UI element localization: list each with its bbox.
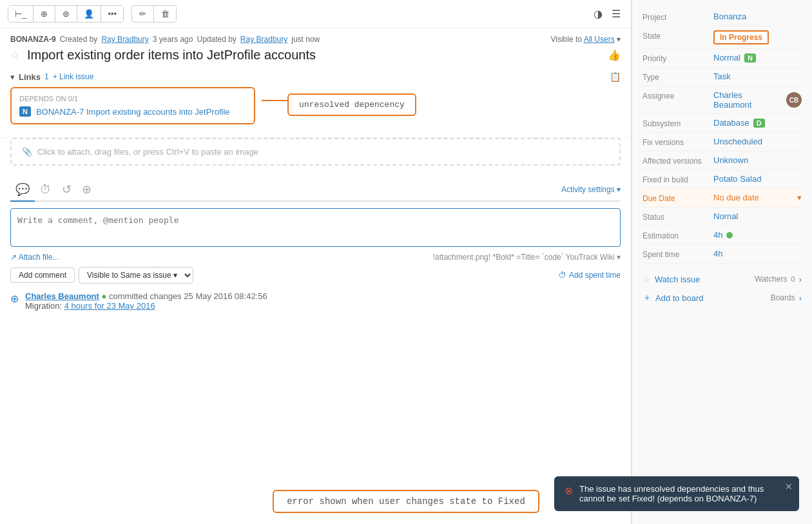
add-comment-button[interactable]: Add comment — [10, 267, 75, 283]
field-assignee: Assignee Charles Beaumont CB — [643, 86, 802, 114]
activity-item: ⊕ Charles Beaumont ● committed changes 2… — [10, 291, 621, 311]
updated-time: just now — [291, 35, 320, 44]
edit-button[interactable]: ✏ — [132, 6, 154, 22]
spent-link[interactable]: 4h — [713, 249, 722, 258]
activity-log: ⊕ Charles Beaumont ● committed changes 2… — [10, 291, 621, 311]
watchers-label: Watchers — [755, 275, 787, 284]
issue-title: Import existing order items into JetProf… — [27, 48, 316, 63]
field-project: Project Bonanza — [643, 8, 802, 26]
assignee-avatar: CB — [786, 92, 802, 108]
subsystem-label: Subsystem — [643, 118, 713, 128]
dep-callout-box: unresolved depencency — [287, 93, 416, 116]
issue-id: BONANZA-9 — [10, 35, 56, 44]
toolbar-group-right: ✏ 🗑 — [131, 5, 177, 23]
assignee-link[interactable]: Charles Beaumont — [713, 90, 782, 110]
contrast-icon[interactable]: ◑ — [591, 5, 605, 23]
right-panel: Project Bonanza State In Progress Priori… — [632, 0, 812, 524]
field-priority: Priority Normal N — [643, 49, 802, 68]
dep-item: N BONANZA-7 Import existing accounts int… — [19, 106, 246, 117]
attach-file-label[interactable]: ↗ Attach file... — [10, 253, 59, 262]
add-link-button[interactable]: + Link issue — [53, 72, 94, 81]
toast-close-button[interactable]: ✕ — [785, 481, 793, 492]
toolbar: ⊢_ ⊕ ⊛ 👤 ••• ✏ 🗑 ◑ ☰ — [0, 0, 631, 28]
estimation-link[interactable]: 4h — [713, 230, 722, 240]
field-fixed-build: Fixed in build Potato Salad — [643, 170, 802, 189]
thumbsup-button[interactable]: 👍 — [608, 49, 621, 61]
project-link[interactable]: Bonanza — [713, 12, 746, 21]
fix-versions-link[interactable]: Unscheduled — [713, 137, 762, 146]
terminal-button[interactable]: ⊢_ — [8, 6, 34, 22]
time-ago: 3 years ago — [153, 35, 193, 44]
affected-value: Unknown — [713, 155, 802, 165]
activity-author-link[interactable]: Charles Beaumont — [25, 291, 99, 301]
assignee-label: Assignee — [643, 90, 713, 101]
boards-label: Boards — [771, 293, 795, 302]
menu-icon[interactable]: ☰ — [609, 5, 623, 23]
issue-updater-link[interactable]: Ray Bradbury — [240, 35, 287, 44]
project-label: Project — [643, 12, 713, 22]
status-label: Status — [643, 211, 713, 222]
green-dot-icon — [726, 232, 733, 238]
extras-section: ☆ Watch issue Watchers 0 › ＋ Add to boar… — [643, 270, 802, 307]
more-button[interactable]: ••• — [101, 6, 123, 22]
links-toggle-button[interactable]: ▾ — [10, 72, 15, 82]
add-spent-time-button[interactable]: ⏱ Add spent time — [559, 271, 621, 280]
tab-comments[interactable]: 💬 — [10, 179, 35, 202]
star-button[interactable]: ☆ — [10, 49, 19, 61]
activity-item-content: Charles Beaumont ● committed changes 25 … — [25, 291, 621, 311]
activity-detail-link[interactable]: 4 hours for 23 May 2016 — [64, 301, 155, 311]
tab-vcs[interactable]: ⊕ — [77, 179, 97, 202]
status-link[interactable]: Nornal — [713, 211, 738, 221]
affected-label: Affected versions — [643, 155, 713, 166]
tab-history[interactable]: ⏱ — [35, 179, 57, 202]
type-value: Task — [713, 72, 802, 81]
dep-badge: N — [19, 106, 31, 117]
visibility-select[interactable]: Visible to Same as issue ▾ — [79, 267, 193, 284]
field-type: Type Task — [643, 68, 802, 86]
watch-star-icon: ☆ — [643, 274, 651, 284]
priority-label: Priority — [643, 53, 713, 63]
dependency-box: DEPENDS ON 0/1 N BONANZA-7 Import existi… — [10, 87, 255, 124]
watchers-expand-button[interactable]: › — [799, 275, 802, 284]
affected-link[interactable]: Unknown — [713, 155, 748, 165]
type-link[interactable]: Task — [713, 72, 731, 81]
dependency-container: DEPENDS ON 0/1 N BONANZA-7 Import existi… — [10, 87, 621, 124]
priority-link[interactable]: Normal — [713, 53, 740, 63]
visible-scope-link[interactable]: All Users — [584, 35, 615, 44]
link-button[interactable]: ⊕ — [34, 6, 55, 22]
dep-item-link[interactable]: BONANZA-7 Import existing accounts into … — [36, 107, 230, 117]
user-button[interactable]: 👤 — [77, 6, 101, 22]
state-badge[interactable]: In Progress — [713, 30, 769, 44]
issue-author-link[interactable]: Ray Bradbury — [101, 35, 148, 44]
links-label: Links — [19, 72, 41, 82]
tag-button[interactable]: ⊛ — [55, 6, 77, 22]
activity-item-icon: ⊕ — [10, 293, 19, 311]
toolbar-right-icons: ◑ ☰ — [591, 5, 623, 23]
boards-expand-button[interactable]: › — [799, 293, 802, 303]
estimation-label: Estimation — [643, 230, 713, 240]
comment-input[interactable] — [10, 208, 621, 247]
fixed-build-label: Fixed in build — [643, 174, 713, 184]
type-label: Type — [643, 72, 713, 82]
issue-meta: BONANZA-9 Created by Ray Bradbury 3 year… — [10, 35, 621, 44]
due-date-value: No due date ▾ — [713, 193, 802, 202]
subsystem-link[interactable]: Database — [713, 118, 749, 128]
fix-versions-value: Unscheduled — [713, 137, 802, 146]
delete-button[interactable]: 🗑 — [154, 6, 176, 22]
spent-value: 4h — [713, 249, 802, 258]
attach-area[interactable]: 📎 Click to attach, drag files, or press … — [10, 138, 621, 166]
tab-activity[interactable]: ↺ — [57, 179, 77, 202]
attach-icon: 📋 — [610, 72, 621, 82]
updated-by-label: Updated by — [197, 35, 236, 44]
watch-issue-link[interactable]: Watch issue — [655, 275, 700, 284]
fixed-build-value: Potato Salad — [713, 174, 802, 184]
project-value: Bonanza — [713, 12, 802, 21]
activity-settings[interactable]: Activity settings ▾ — [561, 185, 621, 194]
due-date-label: Due Date — [643, 193, 713, 203]
created-by-label: Created by — [60, 35, 98, 44]
watchers-count: 0 — [791, 275, 795, 283]
fixed-build-link[interactable]: Potato Salad — [713, 174, 761, 184]
add-board-link[interactable]: Add to board — [655, 293, 703, 303]
issue-title-row: ☆ Import existing order items into JetPr… — [10, 48, 621, 63]
issue-header: BONANZA-9 Created by Ray Bradbury 3 year… — [0, 28, 631, 66]
